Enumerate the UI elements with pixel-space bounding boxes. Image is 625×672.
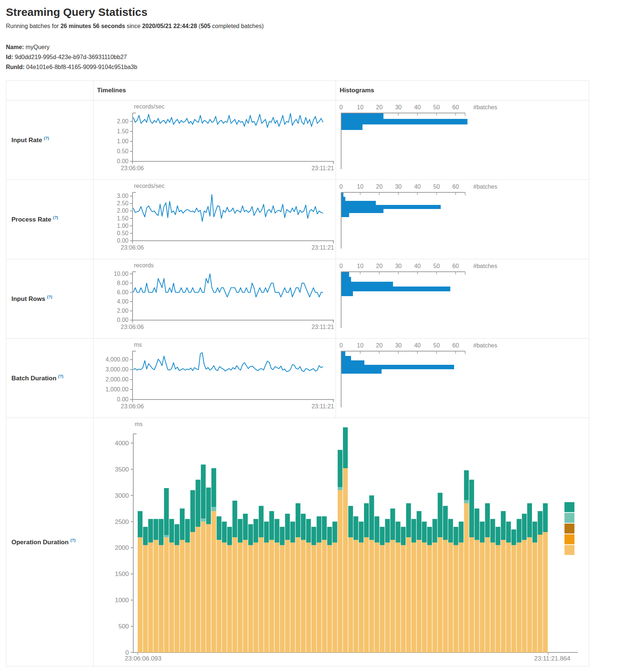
process-rate-label: Process Rate (?) [6,179,93,259]
svg-text:3.00: 3.00 [117,193,128,199]
batch-duration-timeline-chart: ms4,000.003,000.002,000.001,000.000.0023… [93,340,336,417]
svg-text:2.00: 2.00 [117,118,128,124]
svg-text:10: 10 [357,263,364,269]
batch-duration-line-svg: ms4,000.003,000.002,000.001,000.000.0023… [93,340,336,417]
svg-text:40: 40 [414,263,421,269]
svg-text:40: 40 [414,184,421,190]
query-meta: Name: myQuery Id: 9d0dd219-995d-423e-b97… [6,42,625,72]
svg-text:0.00: 0.00 [117,396,128,402]
svg-text:0: 0 [340,184,343,190]
running-suffix: completed batches) [210,23,264,29]
svg-text:#batches: #batches [473,263,497,269]
input-rows-label: Input Rows (?) [6,259,93,338]
input-rows-hist-svg: 0102030405060#batches [336,261,588,335]
query-id-label: Id: [6,54,13,60]
batch-duration-hist-svg: 0102030405060#batches [336,340,588,415]
svg-text:50: 50 [433,263,440,269]
running-open-paren: ( [197,23,201,29]
svg-text:20: 20 [376,104,383,110]
svg-text:30: 30 [395,184,402,190]
svg-text:10: 10 [357,104,364,110]
process-rate-row: Process Rate (?) records/sec3.002.502.00… [6,179,589,259]
query-runid-label: RunId: [6,64,25,70]
svg-text:#batches: #batches [473,342,497,349]
batch-duration-row: Batch Duration (?) ms4,000.003,000.002,0… [6,338,589,418]
svg-text:40: 40 [414,342,421,349]
operation-duration-stacked-chart: ms4000350030002500200015001000500023:06:… [93,419,589,666]
process-rate-hist-svg: 0102030405060#batches [336,181,588,256]
batch-duration-help-icon[interactable]: (?) [58,374,63,378]
query-id-value: 9d0dd219-995d-423e-b97d-36931110bb27 [15,54,127,60]
svg-text:23:06:06.093: 23:06:06.093 [125,655,161,662]
svg-text:23:06:06: 23:06:06 [121,244,144,251]
running-prefix: Running batches for [6,23,61,29]
svg-text:4.00: 4.00 [117,298,128,304]
svg-text:10: 10 [357,342,364,349]
svg-text:0: 0 [340,342,343,349]
svg-text:23:06:06: 23:06:06 [121,403,144,409]
svg-text:23:11:21: 23:11:21 [312,244,334,251]
input-rate-line-svg: records/sec2.001.501.000.500.0023:06:062… [93,102,336,179]
svg-text:10: 10 [357,184,364,190]
query-id-line: Id: 9d0dd219-995d-423e-b97d-36931110bb27 [6,52,625,62]
svg-text:23:11:21: 23:11:21 [312,165,334,171]
svg-text:1000: 1000 [115,597,129,604]
svg-text:1500: 1500 [115,570,129,577]
svg-text:3500: 3500 [115,466,129,473]
svg-text:30: 30 [395,263,402,269]
svg-text:20: 20 [376,263,383,269]
input-rows-line-svg: records10.008.006.004.002.000.0023:06:06… [93,261,336,337]
svg-text:23:06:06: 23:06:06 [121,165,144,171]
svg-text:500: 500 [119,623,129,630]
operation-duration-stacked-svg: ms4000350030002500200015001000500023:06:… [93,419,588,666]
svg-text:6.00: 6.00 [117,289,128,295]
svg-text:0.50: 0.50 [117,230,128,236]
batch-duration-label: Batch Duration (?) [6,338,93,418]
histograms-header: Histograms [336,80,589,100]
svg-text:0: 0 [340,104,343,110]
operation-duration-label: Operation Duration (?) [6,418,93,666]
svg-text:3,000.00: 3,000.00 [106,366,128,373]
query-runid-line: RunId: 04e101e6-8bf8-4165-9099-9104c951b… [6,62,625,72]
input-rows-row: Input Rows (?) records10.008.006.004.002… [6,259,589,338]
svg-text:0.50: 0.50 [117,148,128,154]
svg-text:23:11:21: 23:11:21 [312,403,334,409]
svg-text:40: 40 [414,104,421,110]
svg-text:30: 30 [395,342,402,349]
process-rate-line-svg: records/sec3.002.502.001.501.000.500.002… [93,181,336,258]
svg-text:2.50: 2.50 [117,200,128,206]
streaming-statistics-page: Streaming Query Statistics Running batch… [0,6,625,672]
svg-text:4,000.00: 4,000.00 [106,356,128,363]
process-rate-help-icon[interactable]: (?) [53,215,58,220]
operation-duration-help-icon[interactable]: (?) [71,538,76,542]
query-runid-value: 04e101e6-8bf8-4165-9099-9104c951ba3b [26,64,137,70]
statistics-table: Timelines Histograms Input Rate (?) reco… [6,80,589,666]
svg-text:ms: ms [134,342,142,348]
svg-text:0.00: 0.00 [117,158,128,164]
timelines-header: Timelines [93,80,336,100]
svg-text:#batches: #batches [473,184,497,190]
completed-batch-count: 505 [200,23,210,29]
running-since: since [125,23,142,29]
svg-text:1.00: 1.00 [117,222,128,229]
svg-text:10.00: 10.00 [114,270,128,277]
svg-text:0.00: 0.00 [117,317,128,323]
svg-text:records: records [134,262,154,268]
input-rows-help-icon[interactable]: (?) [47,295,52,299]
svg-text:23:11:21: 23:11:21 [312,324,334,330]
svg-text:8.00: 8.00 [117,280,128,286]
input-rate-label: Input Rate (?) [6,100,93,179]
svg-text:2.00: 2.00 [117,208,128,214]
process-rate-histogram-chart: 0102030405060#batches [336,181,589,256]
input-rate-help-icon[interactable]: (?) [44,136,49,140]
input-rows-timeline-chart: records10.008.006.004.002.000.0023:06:06… [93,261,336,337]
input-rate-histogram-chart: 0102030405060#batches [336,102,589,176]
svg-text:23:11:21.864: 23:11:21.864 [534,655,570,662]
svg-text:60: 60 [452,104,459,110]
svg-text:0: 0 [340,263,343,269]
input-rows-histogram-chart: 0102030405060#batches [336,261,589,335]
operation-duration-row: Operation Duration (?) ms400035003000250… [6,418,589,666]
svg-text:20: 20 [376,184,383,190]
svg-text:1.00: 1.00 [117,138,128,144]
svg-text:1.50: 1.50 [117,215,128,221]
